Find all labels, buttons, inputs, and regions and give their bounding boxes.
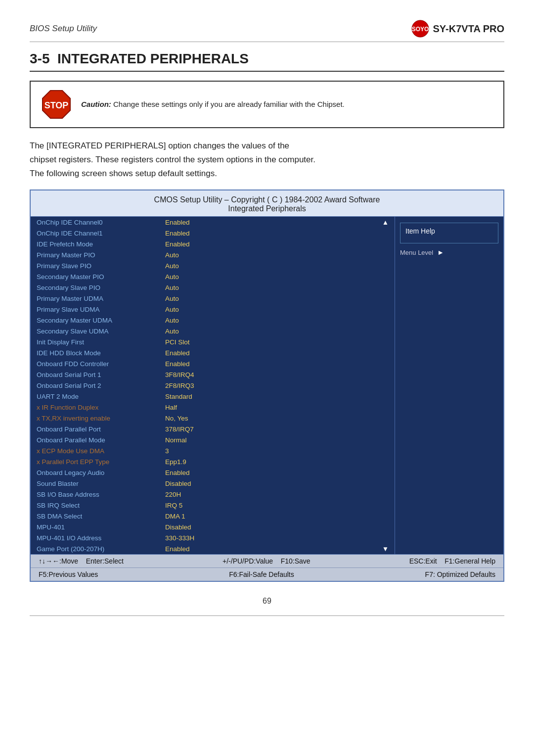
setting-row[interactable]: Onboard Serial Port 13F8/IRQ4 xyxy=(31,369,395,380)
setting-row[interactable]: OnChip IDE Channel1Enabled xyxy=(31,228,395,238)
setting-row[interactable]: UART 2 ModeStandard xyxy=(31,391,395,402)
setting-value: Enabled xyxy=(165,469,389,476)
setting-row[interactable]: Secondary Master UDMAAuto xyxy=(31,315,395,326)
setting-row[interactable]: x TX,RX inverting enableNo, Yes xyxy=(31,413,395,424)
section-number: 3-5 xyxy=(30,51,49,66)
footer-f7[interactable]: F7: Optimized Defaults xyxy=(425,570,495,578)
stop-sign-icon: STOP xyxy=(41,89,72,120)
setting-row[interactable]: Game Port (200-207H)Enabled▼ xyxy=(31,543,395,554)
top-header: BIOS Setup Utility SOYO SY-K7VTA PRO xyxy=(30,20,504,42)
setting-row[interactable]: x ECP Mode Use DMA3 xyxy=(31,445,395,456)
setting-label: x Parallel Port EPP Type xyxy=(37,458,165,466)
cmos-body: OnChip IDE Channel0Enabled▲OnChip IDE Ch… xyxy=(31,217,503,554)
setting-row[interactable]: IDE HDD Block ModeEnabled xyxy=(31,347,395,358)
setting-row[interactable]: Onboard Parallel Port378/IRQ7 xyxy=(31,424,395,434)
setting-row[interactable]: SB I/O Base Address220H xyxy=(31,489,395,500)
setting-row[interactable]: Secondary Slave UDMAAuto xyxy=(31,326,395,336)
intro-line1: The [INTEGRATED PERIPHERALS] option chan… xyxy=(30,141,289,150)
footer-move[interactable]: ↑↓→←:Move Enter:Select xyxy=(39,557,124,565)
setting-label: Onboard Serial Port 2 xyxy=(37,382,165,389)
setting-row[interactable]: Primary Master PIOAuto xyxy=(31,249,395,260)
footer-f6[interactable]: F6:Fail-Safe Defaults xyxy=(229,570,294,578)
setting-row[interactable]: Onboard Parallel ModeNormal xyxy=(31,434,395,445)
setting-label: Onboard Legacy Audio xyxy=(37,469,165,476)
setting-value: Auto xyxy=(165,317,389,324)
page-heading: 3-5 INTEGRATED PERIPHERALS xyxy=(30,51,504,72)
setting-label: Onboard Parallel Port xyxy=(37,425,165,433)
setting-label: OnChip IDE Channel1 xyxy=(37,230,165,237)
setting-value: Enabled xyxy=(165,240,389,248)
caution-text: Caution: Change these settings only if y… xyxy=(81,99,345,110)
scroll-down-indicator: ▼ xyxy=(382,545,389,553)
setting-label: Sound Blaster xyxy=(37,480,165,487)
bios-title: BIOS Setup Utility xyxy=(30,24,97,34)
setting-label: x IR Function Duplex xyxy=(37,404,165,411)
setting-label: Onboard FDD Controller xyxy=(37,360,165,368)
setting-label: SB DMA Select xyxy=(37,513,165,520)
setting-value: PCI Slot xyxy=(165,338,389,346)
setting-row[interactable]: MPU-401Disabled xyxy=(31,521,395,532)
setting-label: SB IRQ Select xyxy=(37,502,165,509)
section-title: INTEGRATED PERIPHERALS xyxy=(57,51,249,66)
setting-row[interactable]: Secondary Slave PIOAuto xyxy=(31,282,395,293)
cmos-header-line1: CMOS Setup Utility – Copyright ( C ) 198… xyxy=(31,195,503,204)
cmos-settings-list: OnChip IDE Channel0Enabled▲OnChip IDE Ch… xyxy=(31,217,395,554)
cmos-footer: ↑↓→←:Move Enter:Select +/-/PU/PD:Value F… xyxy=(31,554,503,581)
setting-row[interactable]: Onboard Legacy AudioEnabled xyxy=(31,467,395,478)
setting-label: Primary Master PIO xyxy=(37,251,165,259)
setting-row[interactable]: MPU-401 I/O Address330-333H xyxy=(31,532,395,543)
setting-row[interactable]: Onboard Serial Port 22F8/IRQ3 xyxy=(31,380,395,391)
setting-value: Auto xyxy=(165,295,389,302)
setting-row[interactable]: SB DMA SelectDMA 1 xyxy=(31,511,395,521)
setting-value: Auto xyxy=(165,262,389,270)
setting-value: Enabled xyxy=(165,545,380,553)
setting-label: SB I/O Base Address xyxy=(37,491,165,498)
setting-value: No, Yes xyxy=(165,415,389,422)
cmos-item-help: Item Help Menu Level ► xyxy=(395,217,503,554)
setting-label: Primary Slave PIO xyxy=(37,262,165,270)
setting-value: IRQ 5 xyxy=(165,502,389,509)
menu-level-label: Menu Level xyxy=(400,249,433,256)
item-help-box: Item Help xyxy=(400,223,498,243)
footer-row2: F5:Previous Values F6:Fail-Safe Defaults… xyxy=(31,568,503,581)
setting-row[interactable]: Primary Slave UDMAAuto xyxy=(31,304,395,315)
setting-label: Init Display First xyxy=(37,338,165,346)
footer-f5[interactable]: F5:Previous Values xyxy=(39,570,98,578)
intro-text: The [INTEGRATED PERIPHERALS] option chan… xyxy=(30,139,504,181)
setting-label: Secondary Slave UDMA xyxy=(37,328,165,335)
setting-row[interactable]: x Parallel Port EPP TypeEpp1.9 xyxy=(31,456,395,467)
setting-value: 220H xyxy=(165,491,389,498)
setting-value: Enabled xyxy=(165,360,389,368)
page-number: 69 xyxy=(30,597,504,606)
footer-value[interactable]: +/-/PU/PD:Value F10:Save xyxy=(222,557,311,565)
intro-line3: The following screen shows setup default… xyxy=(30,169,217,178)
cmos-header-line2: Integrated Peripherals xyxy=(31,204,503,213)
footer-exit[interactable]: ESC:Exit F1:General Help xyxy=(409,557,495,565)
setting-value: Normal xyxy=(165,436,389,444)
setting-label: Game Port (200-207H) xyxy=(37,545,165,553)
setting-row[interactable]: IDE Prefetch ModeEnabled xyxy=(31,238,395,249)
setting-row[interactable]: Onboard FDD ControllerEnabled xyxy=(31,358,395,369)
setting-row[interactable]: Sound BlasterDisabled xyxy=(31,478,395,489)
setting-row[interactable]: x IR Function DuplexHalf xyxy=(31,402,395,413)
setting-row[interactable]: Secondary Master PIOAuto xyxy=(31,271,395,282)
setting-value: 3 xyxy=(165,447,389,455)
setting-row[interactable]: OnChip IDE Channel0Enabled▲ xyxy=(31,217,395,228)
setting-row[interactable]: SB IRQ SelectIRQ 5 xyxy=(31,500,395,511)
setting-label: OnChip IDE Channel0 xyxy=(37,219,165,226)
setting-value: Auto xyxy=(165,251,389,259)
soyo-icon: SOYO xyxy=(411,20,429,38)
setting-label: x TX,RX inverting enable xyxy=(37,415,165,422)
setting-value: Auto xyxy=(165,284,389,291)
setting-row[interactable]: Primary Slave PIOAuto xyxy=(31,260,395,271)
setting-row[interactable]: Primary Master UDMAAuto xyxy=(31,293,395,304)
setting-value: Auto xyxy=(165,306,389,313)
footer-row1: ↑↓→←:Move Enter:Select +/-/PU/PD:Value F… xyxy=(31,555,503,568)
setting-value: Standard xyxy=(165,393,389,400)
setting-row[interactable]: Init Display FirstPCI Slot xyxy=(31,336,395,347)
setting-value: Enabled xyxy=(165,219,380,226)
setting-value: Epp1.9 xyxy=(165,458,389,466)
setting-label: Primary Slave UDMA xyxy=(37,306,165,313)
setting-label: Secondary Master PIO xyxy=(37,273,165,281)
setting-value: Auto xyxy=(165,273,389,281)
